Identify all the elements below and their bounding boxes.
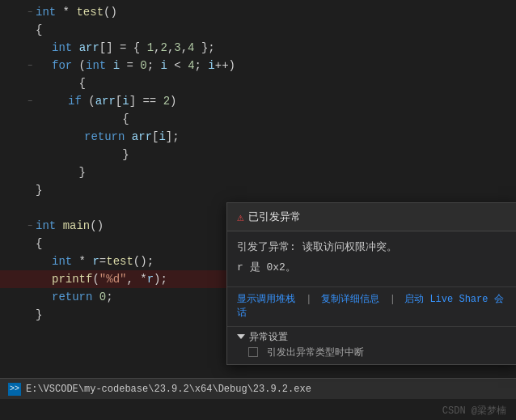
code-line-8: } bbox=[0, 146, 516, 163]
code-line-10: } bbox=[0, 181, 516, 199]
fold-button bbox=[24, 42, 36, 53]
checkbox-icon[interactable] bbox=[248, 347, 258, 357]
code-text: } bbox=[36, 148, 516, 161]
popup-header: ⚠ 已引发异常 bbox=[227, 203, 516, 231]
exception-settings: 异常设置 引发出异常类型时中断 bbox=[227, 326, 516, 364]
code-text: { bbox=[36, 77, 516, 90]
code-line-2: int arr[] = { 1,2,3,4 }; bbox=[0, 39, 516, 57]
fold-button bbox=[24, 185, 36, 196]
exception-detail: r 是 0x2。 bbox=[237, 260, 507, 277]
terminal-bar: >> E:\VSCODE\my-codebase\23.9.2\x64\Debu… bbox=[0, 378, 516, 420]
fold-button bbox=[24, 167, 36, 178]
code-line-0: −int * test() bbox=[0, 3, 516, 21]
watermark: CSDN @梁梦楠 bbox=[442, 404, 506, 418]
code-line-4: { bbox=[0, 74, 516, 92]
code-line-5: −if (arr[i] == 2) bbox=[0, 92, 516, 110]
code-text: { bbox=[36, 23, 516, 36]
fold-button bbox=[24, 113, 36, 125]
code-line-6: { bbox=[0, 110, 516, 128]
settings-item: 引发出异常类型时中断 bbox=[237, 346, 507, 359]
fold-button[interactable]: − bbox=[24, 95, 36, 107]
terminal-icon: >> bbox=[8, 383, 21, 396]
fold-button bbox=[24, 78, 36, 89]
terminal-icon-text: >> bbox=[10, 384, 19, 393]
show-call-stack-link[interactable]: 显示调用堆栈 bbox=[237, 294, 295, 305]
exception-popup: ⚠ 已引发异常 引发了异常: 读取访问权限冲突。 r 是 0x2。 显示调用堆栈… bbox=[226, 202, 516, 365]
terminal-path: E:\VSCODE\my-codebase\23.9.2\x64\Debug\2… bbox=[26, 384, 508, 395]
code-text: if (arr[i] == 2) bbox=[36, 95, 516, 108]
fold-button bbox=[24, 274, 36, 285]
fold-button[interactable]: − bbox=[24, 6, 36, 18]
code-line-7: return arr[i]; bbox=[0, 128, 516, 146]
code-line-3: −for (int i = 0; i < 4; i++) bbox=[0, 57, 516, 74]
fold-button bbox=[24, 149, 36, 160]
exception-icon: ⚠ bbox=[237, 210, 243, 224]
code-text: } bbox=[36, 184, 516, 197]
fold-button bbox=[24, 24, 36, 36]
fold-button[interactable]: − bbox=[24, 220, 36, 231]
code-text: for (int i = 0; i < 4; i++) bbox=[36, 59, 516, 72]
settings-header: 异常设置 bbox=[237, 330, 507, 344]
popup-body: 引发了异常: 读取访问权限冲突。 r 是 0x2。 bbox=[227, 231, 516, 286]
fold-button bbox=[24, 256, 36, 267]
code-text: } bbox=[36, 166, 516, 179]
fold-button[interactable]: − bbox=[24, 60, 36, 71]
triangle-icon bbox=[237, 334, 245, 339]
fold-button bbox=[24, 291, 36, 303]
code-text: int arr[] = { 1,2,3,4 }; bbox=[36, 41, 516, 54]
fold-button bbox=[24, 131, 36, 142]
code-line-1: { bbox=[0, 21, 516, 39]
code-text: { bbox=[36, 112, 516, 125]
code-line-9: } bbox=[0, 163, 516, 181]
fold-button bbox=[24, 238, 36, 249]
fold-button bbox=[24, 309, 36, 320]
fold-button bbox=[24, 202, 36, 214]
popup-links: 显示调用堆栈 | 复制详细信息 | 启动 Live Share 会话 bbox=[227, 286, 516, 326]
settings-title: 异常设置 bbox=[249, 330, 288, 344]
popup-title: 已引发异常 bbox=[248, 210, 301, 224]
terminal-title-bar: >> E:\VSCODE\my-codebase\23.9.2\x64\Debu… bbox=[0, 378, 516, 399]
copy-details-link[interactable]: 复制详细信息 bbox=[321, 294, 379, 305]
terminal-content: CSDN @梁梦楠 bbox=[0, 399, 516, 420]
code-text: int * test() bbox=[36, 6, 516, 19]
exception-title: 引发了异常: 读取访问权限冲突。 bbox=[237, 240, 507, 257]
code-text: return arr[i]; bbox=[36, 130, 516, 143]
settings-item-label: 引发出异常类型时中断 bbox=[267, 347, 364, 358]
